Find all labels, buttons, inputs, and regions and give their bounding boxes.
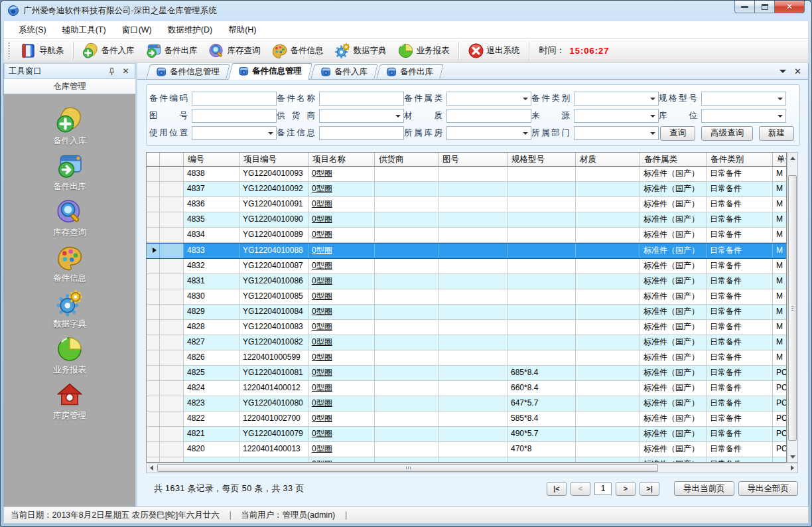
warehouse-select[interactable] [446, 126, 531, 140]
sidebar-item-business-report[interactable]: 业务报表 [4, 335, 135, 381]
last-page-button[interactable]: >| [640, 482, 659, 496]
sidebar-item-parts-info[interactable]: 备件信息 [4, 244, 135, 289]
toolbar-button-data-dictionary[interactable]: 数据字典 [329, 40, 392, 61]
table-row[interactable]: 4834YG122040100890型圈标准件（国产）日常备件M [147, 228, 786, 243]
minimize-button[interactable] [734, 1, 754, 13]
horizontal-scroll-track[interactable] [157, 463, 787, 473]
toolbar-button-parts-inbound[interactable]: 备件入库 [77, 40, 140, 61]
table-row[interactable]: 4835YG122040100900型圈标准件（国产）日常备件M [147, 212, 786, 228]
table-row[interactable]: 4827YG122040100820型圈标准件（国产）日常备件M [147, 335, 786, 350]
export-current-page-button[interactable]: 导出当前页 [674, 481, 734, 496]
table-row[interactable]: 0型圈标准件（国产）日常备件 [147, 457, 786, 463]
column-header[interactable]: 单位 [773, 153, 787, 166]
maximize-button[interactable] [754, 1, 774, 13]
remark-input[interactable] [319, 126, 404, 140]
table-row[interactable]: 4832YG122040100870型圈标准件（国产）日常备件M [147, 259, 786, 274]
menu-item-system[interactable]: 系统(S) [11, 22, 54, 38]
tab-close-icon[interactable]: ✕ [794, 67, 801, 76]
column-header[interactable]: 图号 [439, 153, 508, 166]
table-row[interactable]: 4831YG122040100860型圈标准件（国产）日常备件M [147, 274, 786, 289]
column-header[interactable]: 备件类别 [707, 153, 773, 166]
toolbar-button-exit-system[interactable]: 退出系统 [462, 40, 525, 61]
parts-category-select[interactable] [446, 92, 531, 106]
table-row[interactable]: 4837YG122040100920型圈标准件（国产）日常备件M [147, 182, 786, 197]
horizontal-scrollbar[interactable] [146, 463, 798, 473]
cell [508, 228, 576, 242]
column-header[interactable] [147, 153, 160, 166]
tab-list-dropdown-icon[interactable] [779, 70, 786, 76]
sidebar-item-data-dictionary[interactable]: 数据字典 [4, 289, 135, 335]
table-row[interactable]: 482412204014000120型圈660*8.4标准件（国产）日常备件PC [147, 381, 786, 396]
sidebar-item-warehouse-management[interactable]: 库房管理 [4, 381, 135, 427]
tab-parts-info-mgmt-2[interactable]: 备件信息管理 [228, 63, 312, 80]
menu-item-help[interactable]: 帮助(H) [220, 22, 264, 38]
column-header[interactable]: 项目名称 [308, 153, 375, 166]
table-row[interactable]: 482612204010005990型圈标准件（国产）日常备件M [147, 350, 786, 366]
combo-arrow-icon [395, 115, 401, 120]
material-input[interactable] [446, 109, 531, 123]
toolbar-button-business-report[interactable]: 业务报表 [392, 40, 455, 61]
toolbar-button-parts-info[interactable]: 备件信息 [266, 40, 329, 61]
sidebar-item-parts-outbound[interactable]: 备件出库 [4, 152, 135, 198]
vertical-scrollbar[interactable] [787, 152, 798, 463]
supplier-select[interactable] [319, 109, 404, 123]
drawing-no-input[interactable] [192, 109, 277, 123]
new-button[interactable]: 新建 [759, 126, 794, 141]
export-all-pages-button[interactable]: 导出全部页 [738, 481, 799, 496]
prev-page-button[interactable]: < [571, 482, 590, 496]
advanced-query-button[interactable]: 高级查询 [701, 126, 753, 141]
department-select[interactable] [574, 126, 659, 140]
cell: YG12204010086 [239, 274, 308, 289]
scroll-right-icon[interactable] [787, 463, 797, 473]
table-row[interactable]: 4838YG122040100930型圈标准件（国产）日常备件M [147, 167, 786, 182]
table-row[interactable]: 4829YG122040100840型圈标准件（国产）日常备件M [147, 305, 786, 320]
menu-item-window[interactable]: 窗口(W) [114, 22, 160, 38]
sidebar-item-parts-inbound[interactable]: 备件入库 [4, 106, 135, 152]
tool-window-close-icon[interactable]: ✕ [121, 66, 131, 76]
toolbar-button-stock-query[interactable]: 库存查询 [203, 40, 266, 61]
menu-item-data-maintenance[interactable]: 数据维护(D) [160, 22, 220, 38]
toolbar-button-nav-bar[interactable]: 导航条 [15, 40, 70, 61]
tab-parts-info-mgmt-1[interactable]: 备件信息管理 [146, 64, 230, 79]
spec-model-select[interactable] [701, 92, 786, 106]
table-row[interactable]: 4821YG122040100790型圈490*5.7标准件（国产）日常备件PC [147, 427, 786, 442]
table-row[interactable]: 4836YG122040100910型圈标准件（国产）日常备件M [147, 197, 786, 212]
scroll-left-icon[interactable] [147, 463, 157, 473]
cell [508, 289, 576, 304]
parts-code-input[interactable] [192, 92, 277, 106]
tab-parts-inbound[interactable]: 备件入库 [310, 64, 377, 79]
page-number-input[interactable] [594, 483, 612, 495]
table-row[interactable]: 482212204010027000型圈585*8.4标准件（国产）日常备件PC [147, 412, 786, 427]
column-header[interactable]: 材质 [576, 153, 640, 166]
menu-item-aux-tools[interactable]: 辅助工具(T) [54, 22, 114, 38]
storage-location-select[interactable] [701, 109, 786, 123]
column-header[interactable]: 备件属类 [640, 153, 707, 166]
tab-parts-outbound[interactable]: 备件出库 [376, 64, 443, 79]
table-row[interactable]: 4823YG122040100800型圈647*5.7标准件（国产）日常备件PC [147, 396, 786, 412]
column-header[interactable]: 规格型号 [508, 153, 576, 166]
parts-name-input[interactable] [319, 92, 404, 106]
table-row[interactable]: 4833YG122040100880型圈标准件（国产）日常备件M [147, 243, 786, 259]
query-button[interactable]: 查询 [660, 126, 695, 141]
parts-class-select[interactable] [574, 92, 659, 106]
horizontal-scroll-thumb[interactable] [157, 464, 658, 472]
table-row[interactable]: 4825YG122040100810型圈685*8.4标准件（国产）日常备件PC [147, 366, 786, 381]
toolbar-button-parts-outbound[interactable]: 备件出库 [140, 40, 203, 61]
column-header[interactable] [160, 153, 184, 166]
next-page-button[interactable]: > [616, 482, 636, 496]
sidebar-item-stock-query[interactable]: 库存查询 [4, 198, 135, 244]
usage-position-select[interactable] [192, 126, 277, 140]
vertical-scroll-thumb[interactable] [788, 175, 797, 441]
source-select[interactable] [574, 109, 659, 123]
pin-icon[interactable] [107, 66, 117, 76]
column-header[interactable]: 编号 [184, 153, 239, 166]
table-row[interactable]: 4828YG122040100830型圈标准件（国产）日常备件M [147, 320, 786, 335]
table-row[interactable]: 4830YG122040100850型圈标准件（国产）日常备件M [147, 289, 786, 305]
close-button[interactable]: ✕ [774, 1, 805, 13]
scroll-down-icon[interactable] [788, 452, 797, 461]
table-row[interactable]: 482012204014000130型圈470*8标准件（国产）日常备件PC [147, 442, 786, 457]
column-header[interactable]: 项目编号 [239, 153, 308, 166]
column-header[interactable]: 供货商 [375, 153, 439, 166]
scroll-up-icon[interactable] [788, 153, 797, 163]
first-page-button[interactable]: |< [547, 482, 567, 496]
